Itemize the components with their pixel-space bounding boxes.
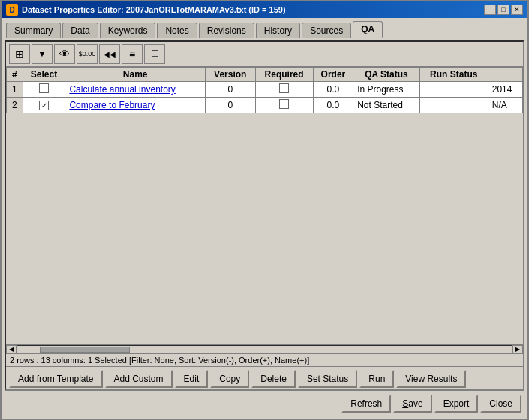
- add-custom-button[interactable]: Add Custom: [105, 370, 173, 388]
- scrollbar-thumb[interactable]: [40, 346, 130, 352]
- col-header-num: #: [7, 68, 23, 82]
- row-required-cell[interactable]: [255, 82, 313, 98]
- row-order: 0.0: [313, 98, 353, 113]
- main-panel: ⊞ ▼ 👁 $0.00 ◀◀ ≡ ☐ # Select Name Version: [5, 40, 524, 391]
- content-area: Summary Data Keywords Notes Revisions Hi…: [2, 18, 527, 418]
- col-header-select: Select: [23, 68, 65, 82]
- col-header-version: Version: [206, 68, 256, 82]
- col-header-name: Name: [65, 68, 206, 82]
- scroll-left-button[interactable]: ◀: [6, 345, 17, 354]
- copy-button[interactable]: Copy: [210, 370, 249, 388]
- price-icon[interactable]: $0.00: [77, 44, 98, 64]
- edit-button[interactable]: Edit: [175, 370, 209, 388]
- table-container: # Select Name Version Required Order QA …: [6, 67, 523, 344]
- title-bar-left: D Dataset Properties Editor: 2007JanORLT…: [6, 4, 286, 16]
- scroll-right-button[interactable]: ▶: [512, 345, 523, 354]
- set-status-button[interactable]: Set Status: [298, 370, 357, 388]
- table-row: 2✓Compare to February00.0Not StartedN/A: [7, 98, 523, 113]
- row-order: 0.0: [313, 82, 353, 98]
- required-checkbox[interactable]: [279, 99, 289, 109]
- eye-icon[interactable]: 👁: [54, 44, 75, 64]
- col-header-qa-status: QA Status: [353, 68, 420, 82]
- list-icon[interactable]: ≡: [122, 44, 143, 64]
- filter-icon[interactable]: ▼: [32, 44, 53, 64]
- action-toolbar: Add from Template Add Custom Edit Copy D…: [6, 367, 523, 389]
- row-version: 0: [206, 82, 256, 98]
- save-button[interactable]: Save: [393, 394, 431, 412]
- row-extra: N/A: [488, 98, 522, 113]
- refresh-button[interactable]: Refresh: [341, 394, 391, 412]
- qa-toolbar: ⊞ ▼ 👁 $0.00 ◀◀ ≡ ☐: [6, 42, 523, 67]
- export-button[interactable]: Export: [434, 394, 479, 412]
- delete-button[interactable]: Delete: [251, 370, 296, 388]
- row-version: 0: [206, 98, 256, 113]
- status-bar: 2 rows : 13 columns: 1 Selected [Filter:…: [6, 353, 523, 367]
- tab-revisions[interactable]: Revisions: [199, 22, 254, 38]
- select-checkbox[interactable]: [39, 83, 49, 93]
- col-header-run-status: Run Status: [419, 68, 488, 82]
- nav-toolbar: Refresh Save Export Close: [5, 393, 524, 416]
- close-button[interactable]: Close: [480, 394, 521, 412]
- row-select-cell[interactable]: [23, 82, 65, 98]
- minimize-button[interactable]: _: [484, 4, 496, 15]
- row-qa-status: In Progress: [353, 82, 420, 98]
- tab-data[interactable]: Data: [62, 22, 98, 38]
- restore-button[interactable]: □: [497, 4, 509, 15]
- horizontal-scrollbar[interactable]: [17, 345, 512, 354]
- tab-keywords[interactable]: Keywords: [100, 22, 156, 38]
- row-run-status: [419, 82, 488, 98]
- main-window: D Dataset Properties Editor: 2007JanORLT…: [0, 0, 529, 420]
- row-num: 1: [7, 82, 23, 98]
- row-name[interactable]: Calculate annual inventory: [65, 82, 206, 98]
- row-extra: 2014: [488, 82, 522, 98]
- window-title: Dataset Properties Editor: 2007JanORLTot…: [22, 5, 286, 14]
- app-icon: D: [6, 4, 18, 16]
- close-window-button[interactable]: ✕: [511, 4, 523, 15]
- tab-summary[interactable]: Summary: [6, 22, 61, 38]
- row-required-cell[interactable]: [255, 98, 313, 113]
- row-name[interactable]: Compare to February: [65, 98, 206, 113]
- required-checkbox[interactable]: [279, 83, 289, 93]
- add-template-button[interactable]: Add from Template: [9, 370, 103, 388]
- col-header-required: Required: [255, 68, 313, 82]
- row-select-cell[interactable]: ✓: [23, 98, 65, 113]
- tab-sources[interactable]: Sources: [302, 22, 351, 38]
- tab-history[interactable]: History: [256, 22, 300, 38]
- tab-notes[interactable]: Notes: [157, 22, 197, 38]
- checkbox-icon[interactable]: ☐: [144, 44, 165, 64]
- qa-table: # Select Name Version Required Order QA …: [6, 67, 523, 113]
- col-header-order: Order: [313, 68, 353, 82]
- select-checkbox[interactable]: ✓: [39, 100, 49, 110]
- row-qa-status: Not Started: [353, 98, 420, 113]
- tab-qa[interactable]: QA: [353, 21, 383, 38]
- columns-icon[interactable]: ⊞: [9, 44, 30, 64]
- title-bar: D Dataset Properties Editor: 2007JanORLT…: [2, 2, 527, 18]
- view-results-button[interactable]: View Results: [396, 370, 466, 388]
- horizontal-scrollbar-area: ◀ ▶: [6, 344, 523, 353]
- row-run-status: [419, 98, 488, 113]
- row-num: 2: [7, 98, 23, 113]
- table-row: 1Calculate annual inventory00.0In Progre…: [7, 82, 523, 98]
- table-header-row: # Select Name Version Required Order QA …: [7, 68, 523, 82]
- run-button[interactable]: Run: [359, 370, 394, 388]
- col-header-extra: [488, 68, 522, 82]
- tab-bar: Summary Data Keywords Notes Revisions Hi…: [5, 21, 524, 38]
- title-buttons: _ □ ✕: [484, 4, 523, 15]
- rewind-icon[interactable]: ◀◀: [99, 44, 120, 64]
